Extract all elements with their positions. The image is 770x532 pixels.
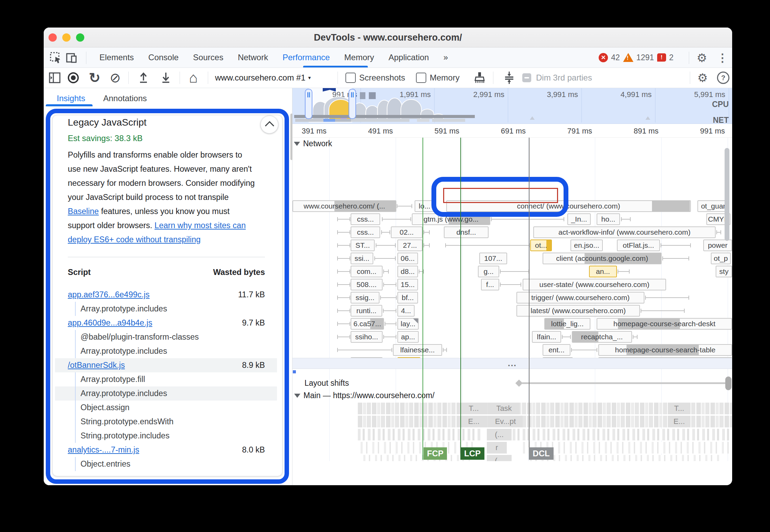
network-request-chip[interactable]: power [703, 240, 732, 251]
network-request-chip[interactable]: otFlat.js... [617, 240, 660, 251]
reload-record-icon[interactable]: ↻ [88, 70, 101, 85]
network-request-chip[interactable]: _In... [567, 213, 591, 225]
network-request-chip[interactable]: 508.... [351, 279, 383, 290]
request-whisker [397, 206, 412, 206]
flame-task-box[interactable]: (... [487, 429, 512, 440]
toggle-sidebar-icon[interactable] [48, 70, 62, 85]
network-request-chip[interactable]: ssig... [351, 292, 379, 304]
network-request-chip[interactable]: act-workflow-info/ (www.coursehero.com) [533, 226, 716, 238]
network-request-chip[interactable]: homepage-course-search-deskt [597, 318, 732, 330]
network-request-chip[interactable]: 107... [479, 253, 507, 264]
selection-handle-right[interactable]: || [349, 89, 356, 119]
network-request-chip[interactable]: lfain... [532, 331, 561, 343]
network-request-chip[interactable]: recaptcha_... [572, 331, 632, 343]
network-request-chip[interactable]: ho... [597, 213, 620, 225]
tab-network[interactable]: Network [231, 47, 275, 67]
network-request-chip[interactable]: lfainesse... [393, 344, 442, 356]
timeline-scrollbar[interactable] [725, 148, 729, 241]
network-request-chip[interactable]: ssi... [351, 253, 373, 264]
issues-icon[interactable]: ! [657, 53, 666, 62]
flame-task-box[interactable]: Task [488, 403, 520, 414]
flame-task-box[interactable]: (... [487, 455, 512, 461]
network-request-chip[interactable]: 6.ca57... [351, 318, 384, 330]
network-request-chip[interactable]: trigger/ (www.coursehero.com) [516, 292, 644, 304]
network-request-chip[interactable]: css... [351, 213, 380, 225]
network-request-chip[interactable]: ot_p [711, 253, 731, 264]
network-request-chip[interactable]: css... [351, 226, 380, 238]
network-request-chip[interactable]: sty [716, 266, 732, 277]
warnings-icon[interactable]: ! [623, 53, 633, 62]
network-request-chip[interactable]: ssiho... [351, 331, 383, 343]
tab-sources[interactable]: Sources [186, 47, 231, 67]
network-request-chip[interactable]: ap... [397, 331, 419, 343]
clear-icon[interactable]: ⊘ [108, 70, 122, 85]
tab-console[interactable]: Console [141, 47, 186, 67]
flame-task-box[interactable]: Ev...pt [488, 416, 523, 427]
screenshots-checkbox[interactable] [345, 70, 356, 85]
network-request-chip[interactable]: user-state/ (www.coursehero.com) [523, 279, 666, 290]
profile-select[interactable]: www.coursehero.com #1▾ [215, 70, 311, 85]
network-request-chip[interactable]: 06... [397, 253, 418, 264]
network-request-chip[interactable]: f... [481, 279, 499, 290]
warnings-count[interactable]: 1291 [637, 53, 654, 62]
flame-task-box[interactable]: E... [668, 416, 691, 427]
network-request-chip[interactable]: lottie_lig... [544, 318, 590, 330]
request-whisker [337, 219, 350, 220]
errors-count[interactable]: 42 [611, 53, 620, 62]
network-request-chip[interactable]: dnsf... [444, 226, 489, 238]
network-request-chip[interactable]: 02... [391, 226, 423, 238]
network-request-chip[interactable]: en.jso... [570, 240, 603, 251]
issues-count[interactable]: 2 [669, 53, 674, 62]
kebab-menu-icon[interactable]: ⋮ [716, 51, 729, 65]
ruler-tick-label: 891 ms [610, 127, 659, 136]
tab-elements[interactable]: Elements [92, 47, 141, 67]
network-request-chip[interactable]: 4... [397, 305, 415, 317]
flame-task-box[interactable]: E... [461, 416, 487, 427]
network-resize-handle[interactable]: ... [292, 358, 732, 369]
network-request-chip[interactable]: com... [351, 266, 383, 277]
tab-[interactable]: » [436, 47, 455, 67]
network-request-chip[interactable]: latest/ (www.coursehero.com) [516, 305, 640, 317]
network-request-chip[interactable]: d8... [397, 266, 418, 277]
network-request-chip[interactable]: 27... [397, 240, 423, 251]
settings-gear-icon[interactable]: ⚙ [694, 52, 709, 64]
upload-profile-icon[interactable] [136, 70, 151, 85]
dim-3rd-parties-checkbox[interactable] [521, 70, 532, 85]
tab-insights[interactable]: Insights [57, 94, 85, 103]
layout-shift-scroll-pill[interactable] [725, 376, 731, 390]
download-profile-icon[interactable] [158, 70, 173, 85]
network-request-chip[interactable]: homepage-course-search-table [598, 344, 732, 356]
network-request-chip[interactable]: an... [589, 266, 617, 277]
record-icon[interactable] [66, 70, 80, 85]
home-icon[interactable]: ⌂ [186, 70, 201, 85]
flame-task-box[interactable]: r [487, 442, 507, 454]
flame-task-box[interactable]: T... [461, 403, 487, 414]
tab-memory[interactable]: Memory [337, 47, 382, 67]
network-request-chip[interactable]: client (accounts.google.com) [543, 253, 662, 264]
flame-task-box[interactable]: T... [668, 403, 691, 414]
network-request-chip[interactable]: 15... [397, 279, 418, 290]
inspect-icon[interactable] [50, 52, 62, 64]
network-request-chip[interactable]: ST... [351, 240, 375, 251]
network-request-chip[interactable]: g... [478, 266, 499, 277]
tab-annotations[interactable]: Annotations [103, 94, 147, 103]
tab-application[interactable]: Application [381, 47, 436, 67]
filmstrip-thumbnail[interactable] [369, 92, 376, 99]
panel-settings-gear-icon[interactable]: ⚙ [695, 70, 710, 85]
tab-performance[interactable]: Performance [275, 47, 337, 67]
network-request-chip[interactable]: runti... [351, 305, 382, 317]
collapse-sanddwich-icon[interactable] [502, 70, 517, 85]
errors-icon[interactable]: ✕ [599, 53, 608, 62]
network-request-chip[interactable]: ent... [543, 344, 570, 356]
selection-handle-left[interactable]: || [305, 89, 312, 119]
garbage-collect-icon[interactable] [472, 70, 487, 85]
filmstrip-thumbnail[interactable] [360, 92, 365, 99]
network-request-chip[interactable]: www.coursehero.com/ (... [292, 200, 396, 212]
memory-checkbox[interactable] [416, 70, 426, 85]
network-request-chip[interactable]: lay... [397, 318, 419, 330]
device-toolbar-icon[interactable] [65, 52, 78, 64]
network-request-chip[interactable]: bf... [397, 292, 418, 304]
main-thread-header[interactable]: Main — https://www.coursehero.com/ [294, 391, 435, 400]
help-icon[interactable]: ? [716, 70, 731, 85]
network-request-chip[interactable]: ot... [530, 240, 552, 251]
